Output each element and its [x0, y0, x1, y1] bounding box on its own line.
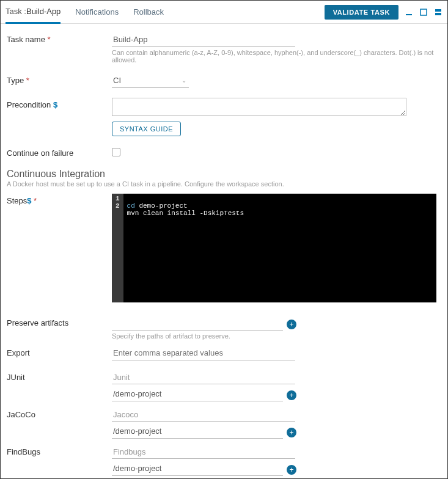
task-name-row: Task name * Can contain alphanumeric (a-… — [7, 32, 436, 64]
tab-task-prefix: Task : — [6, 7, 26, 16]
required-indicator: * — [26, 76, 29, 85]
code-gutter: 1 2 — [112, 194, 123, 302]
ci-section-subtitle: A Docker host must be set up to use a CI… — [7, 180, 436, 188]
required-indicator: * — [34, 196, 37, 205]
export-label: Export — [7, 346, 112, 357]
preserve-artifacts-row: Preserve artifacts + Specify the paths o… — [7, 316, 436, 340]
export-row: Export — [7, 346, 436, 360]
tab-task[interactable]: Task :Build-App — [6, 1, 61, 24]
precondition-label: Precondition $ — [7, 98, 112, 109]
add-icon[interactable]: + — [287, 465, 296, 475]
export-input[interactable] — [112, 346, 295, 360]
type-label: Type * — [7, 73, 112, 85]
junit-label: JUnit — [7, 370, 112, 382]
add-icon[interactable]: + — [287, 428, 296, 437]
tab-rollback[interactable]: Rollback — [133, 1, 164, 23]
findbugs-name: Findbugs — [112, 445, 295, 459]
minimize-icon[interactable] — [405, 8, 413, 16]
jacoco-label: JaCoCo — [7, 408, 112, 419]
task-name-label: Task name * — [7, 32, 112, 44]
preserve-artifacts-label: Preserve artifacts — [7, 316, 112, 327]
ci-section-title: Continuous Integration — [7, 169, 436, 180]
validate-task-button[interactable]: VALIDATE TASK — [325, 5, 398, 20]
type-select[interactable]: ⌄ — [112, 73, 189, 88]
steps-row: Steps$ * 1 2 cd demo-project mvn clean i… — [7, 194, 436, 302]
maximize-icon[interactable] — [419, 8, 428, 16]
binding-icon[interactable]: $ — [53, 100, 57, 109]
jacoco-row: JaCoCo Jacoco + — [7, 408, 436, 439]
svg-rect-1 — [420, 9, 427, 15]
header-bar: Task :Build-App Notifications Rollback V… — [1, 1, 447, 24]
preserve-artifacts-help: Specify the paths of artifact to preserv… — [112, 332, 436, 340]
jacoco-name: Jacoco — [112, 408, 295, 422]
code-content[interactable]: cd demo-project mvn clean install -Dskip… — [123, 194, 248, 302]
type-row: Type * ⌄ — [7, 73, 436, 88]
findbugs-row: FindBugs Findbugs + — [7, 445, 436, 476]
tab-notifications[interactable]: Notifications — [75, 1, 119, 23]
tab-task-name: Build-App — [26, 7, 61, 16]
restore-icon[interactable] — [434, 8, 442, 16]
type-value[interactable] — [112, 73, 189, 88]
continue-on-failure-label: Continue on failure — [7, 146, 112, 158]
svg-rect-3 — [435, 13, 441, 15]
header-actions: VALIDATE TASK — [325, 5, 442, 20]
continue-on-failure-row: Continue on failure — [7, 146, 436, 158]
add-icon[interactable]: + — [287, 390, 296, 400]
tab-bar: Task :Build-App Notifications Rollback — [6, 1, 325, 23]
syntax-guide-button[interactable]: SYNTAX GUIDE — [112, 122, 181, 136]
binding-icon[interactable]: $ — [27, 196, 31, 205]
task-name-input[interactable] — [112, 32, 295, 47]
steps-label: Steps$ * — [7, 194, 112, 205]
junit-path-input[interactable] — [112, 387, 283, 401]
svg-rect-0 — [406, 14, 412, 15]
findbugs-label: FindBugs — [7, 445, 112, 456]
svg-rect-2 — [435, 9, 441, 12]
findbugs-path-input[interactable] — [112, 461, 283, 476]
steps-code-editor[interactable]: 1 2 cd demo-project mvn clean install -D… — [112, 194, 436, 302]
junit-name: Junit — [112, 370, 295, 384]
precondition-input[interactable] — [112, 98, 406, 116]
junit-row: JUnit Junit + — [7, 370, 436, 401]
precondition-row: Precondition $ SYNTAX GUIDE — [7, 98, 436, 136]
preserve-artifacts-input[interactable] — [112, 316, 283, 331]
jacoco-path-input[interactable] — [112, 424, 283, 439]
continue-on-failure-checkbox[interactable] — [112, 148, 120, 156]
required-indicator: * — [48, 35, 51, 44]
task-name-help: Can contain alphanumeric (a-z, A-Z, 0-9)… — [112, 49, 436, 64]
add-icon[interactable]: + — [287, 320, 296, 329]
